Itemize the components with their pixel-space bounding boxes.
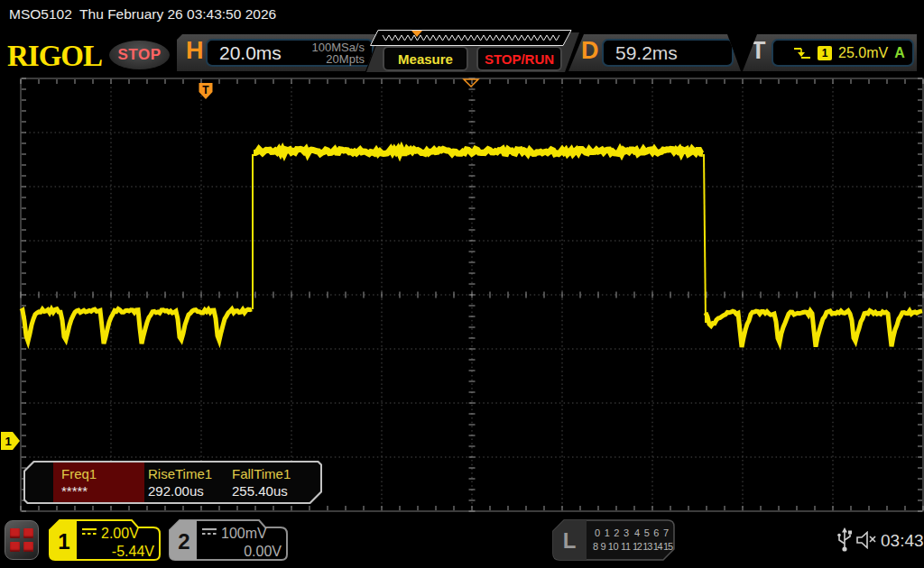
logic-group-8-11: 8 9 10 11 [593,541,631,552]
measurement-panel-body: Freq1 ***** RiseTime1 292.00us FallTime1… [25,463,320,502]
logic-channels-badge[interactable]: L 0 1 2 3 4 5 6 7 8 9 10 11 12 13 14 15 [552,519,675,561]
logic-label: L [563,528,577,553]
menu-grid-square [23,542,33,552]
delay-reference-marker[interactable] [464,79,478,87]
channel2-offset: 0.00V [244,544,282,559]
logic-group-12-15: 12 13 14 15 [633,541,673,552]
channel1-scale: 2.00V [101,526,139,541]
menu-grid-square [10,542,20,552]
measurement-freq1[interactable]: Freq1 ***** [53,463,144,502]
ch1-waveform-high [254,149,703,153]
ch1-waveform-low-left [21,309,252,344]
menu-grid-button[interactable] [5,520,39,560]
logic-group-4-7: 4 5 6 7 [634,527,669,538]
ch1-waveform-low-right [706,311,922,347]
channel1-badge[interactable]: 1 2.00V -5.44V [49,519,161,561]
trigger-position-marker-label: T [202,84,209,96]
measurement-panel: Freq1 ***** RiseTime1 292.00us FallTime1… [23,461,322,504]
measurement-risetime1[interactable]: RiseTime1 292.00us [144,463,228,502]
speaker-muted-icon [855,531,879,549]
menu-grid-square [10,528,20,538]
usb-icon [836,525,854,554]
logic-group-0-3: 0 1 2 3 [595,527,629,538]
measurement-falltime1[interactable]: FallTime1 255.40us [228,463,315,502]
channel1-offset: -5.44V [112,544,154,559]
channel1-ground-marker-label: 1 [5,435,11,448]
channel1-number: 1 [58,529,69,554]
channel2-scale: 100mV [221,526,267,541]
channel2-badge[interactable]: 2 100mV 0.00V [169,519,288,561]
clock: 03:43 [881,531,924,551]
oscilloscope-screen: MSO5102 Thu February 26 03:43:50 2026 RI… [0,0,924,568]
ch1-waveform-falling-edge [704,154,706,323]
menu-grid-square [23,528,33,538]
channel2-number: 2 [178,529,189,554]
